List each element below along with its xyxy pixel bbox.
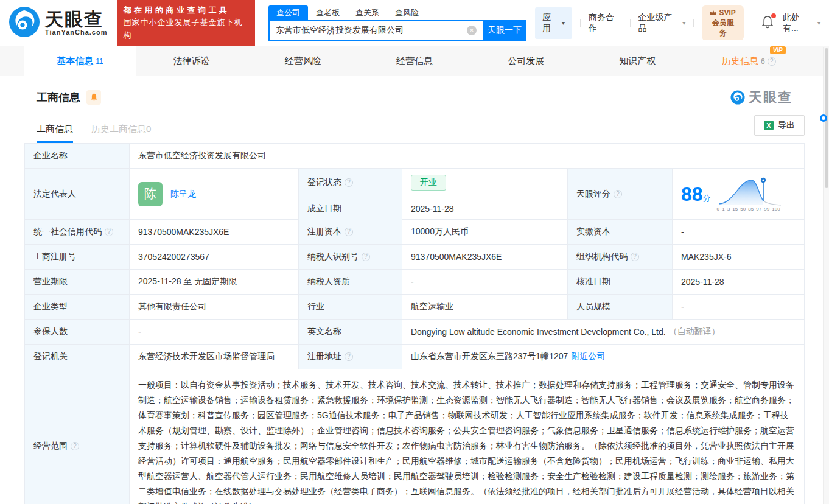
field-label-text: 注册地址 <box>307 351 341 362</box>
score-axis-ticks: 0131550859799100 <box>717 206 780 212</box>
tab-label: 公司发展 <box>508 55 544 67</box>
chevron-down-icon: ▾ <box>562 19 565 26</box>
help-icon[interactable]: ? <box>362 253 370 261</box>
logo-title: 天眼查 <box>45 10 107 29</box>
notification-bell-button[interactable] <box>761 15 774 30</box>
user-menu-label: 此处有... <box>783 12 814 34</box>
legal-rep-cell: 陈 陈呈龙 <box>130 169 299 219</box>
chevron-down-icon: ▾ <box>682 19 685 26</box>
field-label: 企业名称 <box>25 144 130 168</box>
divider <box>630 19 631 27</box>
company-name: 东营市低空经济投资发展有限公司 <box>130 144 804 168</box>
floating-widget-dot[interactable] <box>820 114 827 122</box>
subscribe-bell-button[interactable] <box>86 90 101 105</box>
search-tabs: 查公司 查老板 查关系 查风险 <box>268 5 526 20</box>
field-label-text: 登记状态 <box>307 177 341 188</box>
help-icon[interactable]: ? <box>345 228 353 236</box>
tab-operating-risk[interactable]: 经营风险 <box>247 46 359 76</box>
help-icon[interactable]: ? <box>105 228 113 236</box>
avatar[interactable]: 陈 <box>138 182 163 206</box>
nav-enterprise-products[interactable]: 企业级产品 ▾ <box>638 12 685 34</box>
help-icon[interactable]: ? <box>768 57 776 66</box>
tianyancha-logo[interactable]: 天眼查 TianYanCha.com <box>9 6 107 40</box>
top-bar: 天眼查 TianYanCha.com 都在用的商业查询工具 国家中小企业发展子基… <box>0 0 829 46</box>
svip-member-button[interactable]: SVIP 会员服务 <box>702 5 744 40</box>
nav-enterprise-label: 企业级产品 <box>638 12 679 34</box>
tab-count: 6 <box>761 57 765 66</box>
tab-label: 历史信息 <box>722 55 758 67</box>
field-label: 英文名称 <box>299 320 402 344</box>
field-label: 行业 <box>299 295 402 319</box>
table-row: 经营范围 ? 一般项目：以自有资金从事投资活动；技术服务、技术开发、技术咨询、技… <box>25 369 804 504</box>
english-name-cell: Dongying Low altitude Economic Investmen… <box>402 320 804 344</box>
tab-legal-litigation[interactable]: 法律诉讼 <box>136 46 247 76</box>
nav-business-cooperation[interactable]: 商务合作 <box>589 12 622 34</box>
business-info-table: 企业名称 东营市低空经济投资发展有限公司 法定代表人 陈 陈呈龙 登记状态 ? … <box>24 143 805 504</box>
user-menu[interactable]: 此处有... ▾ <box>783 12 820 34</box>
status-badge: 开业 <box>411 175 446 191</box>
organization-code: MAK235JX-6 <box>673 245 805 269</box>
main-tab-strip: 基本信息 11 法律诉讼 经营风险 经营信息 公司发展 知识产权 历史信息 6 … <box>0 46 829 76</box>
field-label-text: 纳税人识别号 <box>307 251 359 262</box>
tab-company-development[interactable]: 公司发展 <box>470 46 582 76</box>
search-input[interactable] <box>268 20 483 41</box>
english-name: Dongying Low altitude Economic Investmen… <box>411 327 666 337</box>
help-icon[interactable]: ? <box>614 190 622 198</box>
field-label: 天眼评分 ? <box>568 169 673 219</box>
auto-translate-note: （自动翻译） <box>669 326 720 337</box>
score-distribution-chart: 0131550859799100 <box>717 177 783 212</box>
chevron-down-icon: ▾ <box>817 19 820 26</box>
search-tab-boss[interactable]: 查老板 <box>308 5 348 20</box>
registration-authority: 东营经济技术开发区市场监督管理局 <box>130 345 299 369</box>
logo-subtitle: TianYanCha.com <box>45 29 107 36</box>
field-label: 法定代表人 <box>25 169 130 219</box>
business-term: 2025-11-28 至 无固定期限 <box>130 270 299 294</box>
help-icon[interactable]: ? <box>631 253 639 261</box>
tianyancha-logo-icon <box>9 6 40 40</box>
approval-date: 2025-11-28 <box>673 270 805 294</box>
content-area: 工商信息 天眼查 工商信息 历史工商信息0 X 导出 企 <box>0 76 829 504</box>
table-row: 企业名称 东营市低空经济投资发展有限公司 <box>25 144 804 169</box>
field-label-text: 天眼评分 <box>576 189 610 200</box>
subtab-business-info[interactable]: 工商信息 <box>37 124 73 143</box>
tab-history-info[interactable]: 历史信息 6 ? VIP <box>693 46 805 76</box>
field-label-text: 统一社会信用代码 <box>33 226 102 237</box>
registered-capital: 10000万人民币 <box>402 220 568 244</box>
subtab-history-business-info[interactable]: 历史工商信息0 <box>91 124 151 143</box>
field-label: 营业期限 <box>25 270 130 294</box>
export-button[interactable]: X 导出 <box>754 115 805 136</box>
nav-app-label: 应用 <box>542 12 559 34</box>
slogan-line1: 都在用的商业查询工具 <box>123 4 249 16</box>
tab-operating-info[interactable]: 经营信息 <box>359 46 470 76</box>
field-label: 注册地址 ? <box>299 345 402 369</box>
tab-intellectual-property[interactable]: 知识产权 <box>582 46 693 76</box>
taxpayer-qualification: - <box>402 270 568 294</box>
search-tab-relation[interactable]: 查关系 <box>348 5 387 20</box>
tab-label: 知识产权 <box>619 55 656 67</box>
field-label: 组织机构代码 ? <box>568 245 673 269</box>
field-label-text: 经营范围 <box>33 441 68 452</box>
search-tab-company[interactable]: 查公司 <box>268 5 308 20</box>
tab-label: 经营信息 <box>396 55 433 67</box>
bell-icon <box>90 93 98 102</box>
score-unit: 分 <box>703 194 711 203</box>
credit-code: 91370500MAK235JX6E <box>130 220 299 244</box>
tab-basic-info[interactable]: 基本信息 11 <box>24 46 136 76</box>
crown-icon <box>710 10 717 16</box>
divider <box>752 19 752 27</box>
help-icon[interactable]: ? <box>345 352 353 361</box>
registered-address-cell: 山东省东营市开发区东三路237号1幢1207 附近公司 <box>402 345 804 369</box>
nearby-companies-link[interactable]: 附近公司 <box>571 351 605 362</box>
field-label: 核准日期 <box>568 270 673 294</box>
help-icon[interactable]: ? <box>345 178 353 187</box>
table-row: 营业期限 2025-11-28 至 无固定期限 纳税人资质 - 核准日期 202… <box>25 270 804 295</box>
search-button[interactable]: 天眼一下 <box>483 20 526 41</box>
search-tab-risk[interactable]: 查风险 <box>387 5 427 20</box>
help-icon[interactable]: ? <box>71 442 79 450</box>
registered-address: 山东省东营市开发区东三路237号1幢1207 <box>411 351 568 362</box>
nav-app-dropdown[interactable]: 应用 ▾ <box>535 7 572 39</box>
clear-icon[interactable]: × <box>467 26 477 35</box>
field-label: 统一社会信用代码 ? <box>25 220 130 244</box>
score-value: 88 <box>681 183 703 205</box>
legal-rep-link[interactable]: 陈呈龙 <box>170 189 196 200</box>
